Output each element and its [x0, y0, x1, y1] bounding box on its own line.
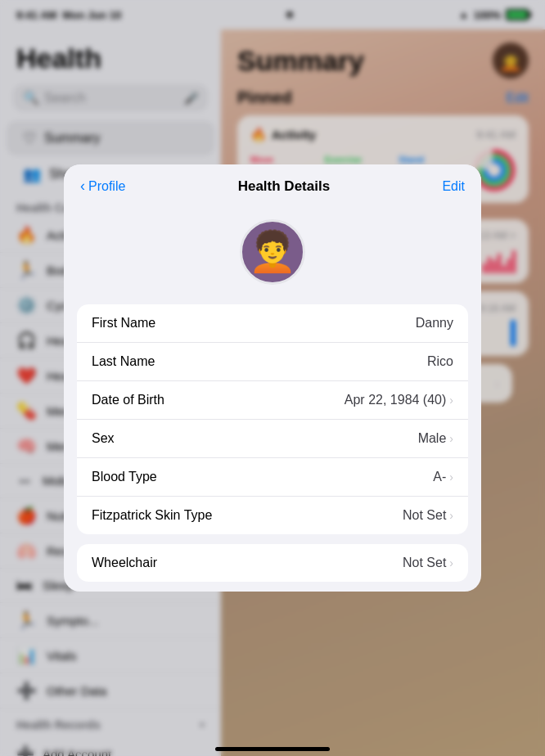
sex-label: Sex	[92, 431, 115, 446]
home-indicator[interactable]	[215, 747, 330, 751]
modal-avatar-section: 🧑‍🦱	[64, 203, 481, 304]
skin-type-label: Fitzpatrick Skin Type	[92, 508, 212, 523]
modal-title: Health Details	[238, 178, 330, 195]
wheelchair-form: Wheelchair Not Set ›	[77, 544, 468, 582]
last-name-value: Rico	[427, 354, 453, 369]
dob-row[interactable]: Date of Birth Apr 22, 1984 (40) ›	[77, 381, 468, 420]
blood-type-row[interactable]: Blood Type A- ›	[77, 458, 468, 497]
modal-edit-button[interactable]: Edit	[442, 179, 465, 194]
user-avatar[interactable]: 🧑‍🦱	[240, 219, 305, 285]
dob-value: Apr 22, 1984 (40)	[345, 393, 447, 407]
sex-row[interactable]: Sex Male ›	[77, 420, 468, 458]
skin-type-value: Not Set	[403, 508, 446, 523]
modal-nav: ‹ Profile Health Details Edit	[64, 164, 481, 203]
skin-type-row[interactable]: Fitzpatrick Skin Type Not Set ›	[77, 497, 468, 534]
last-name-row[interactable]: Last Name Rico	[77, 343, 468, 381]
health-details-modal: ‹ Profile Health Details Edit 🧑‍🦱 First …	[64, 164, 481, 592]
back-label: Profile	[88, 179, 125, 194]
dob-chevron: ›	[449, 394, 453, 407]
first-name-label: First Name	[92, 316, 155, 331]
first-name-value: Danny	[416, 316, 453, 331]
last-name-label: Last Name	[92, 354, 155, 369]
basic-info-form: First Name Danny Last Name Rico Date of …	[77, 304, 468, 534]
back-to-profile-button[interactable]: ‹ Profile	[80, 178, 125, 195]
wheelchair-row[interactable]: Wheelchair Not Set ›	[77, 544, 468, 582]
first-name-row[interactable]: First Name Danny	[77, 304, 468, 343]
wheelchair-chevron: ›	[449, 556, 453, 569]
back-chevron-icon: ‹	[80, 178, 85, 195]
sex-chevron: ›	[449, 432, 453, 445]
sex-value: Male	[418, 431, 447, 446]
blood-type-value: A-	[433, 470, 446, 484]
blood-type-label: Blood Type	[92, 470, 157, 484]
wheelchair-value: Not Set	[403, 556, 446, 570]
blood-type-chevron: ›	[449, 470, 453, 484]
skin-type-chevron: ›	[449, 509, 453, 522]
wheelchair-label: Wheelchair	[92, 556, 157, 570]
avatar-emoji: 🧑‍🦱	[248, 229, 297, 275]
dob-label: Date of Birth	[92, 393, 164, 407]
